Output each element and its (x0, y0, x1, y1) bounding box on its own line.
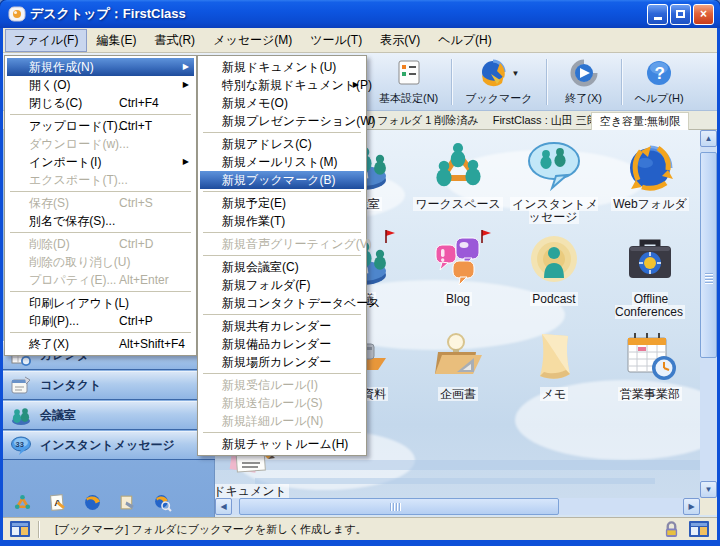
briefcase-icon (622, 233, 678, 289)
menubar-item[interactable]: 書式(R) (145, 29, 204, 52)
svg-text:?: ? (655, 64, 665, 83)
file-menu-item[interactable]: インポート(I)▶ (7, 153, 194, 171)
submenu-item[interactable]: 新規受信ルール(I) (200, 376, 364, 394)
submenu-item[interactable]: 新規備品カレンダー (200, 335, 364, 353)
file-menu-item[interactable]: 削除(D)Ctrl+D (7, 235, 194, 253)
desktop-icon[interactable]: 営業事業部 (602, 328, 698, 401)
file-menu-item[interactable]: 別名で保存(S)... (7, 212, 194, 230)
sidebar-panel-conferences[interactable]: 会議室 (3, 401, 215, 430)
lock-icon (664, 521, 679, 538)
submenu-item[interactable]: 新規詳細ルール(N) (200, 412, 364, 430)
desktop-icon-label: インスタントメッセージ (506, 198, 602, 224)
desktop-icon[interactable]: メモ (506, 328, 602, 401)
toolbar-button[interactable]: 終了(X) (548, 53, 620, 111)
file-menu-item[interactable]: 閉じる(C)Ctrl+F4 (7, 94, 194, 112)
file-menu-item[interactable]: 印刷(P)...Ctrl+P (7, 312, 194, 330)
file-menu-item[interactable]: 印刷レイアウト(L) (7, 294, 194, 312)
file-menu-item[interactable]: プロパティ(E)...Alt+Enter (7, 271, 194, 289)
settings-icon (394, 58, 424, 88)
exit-icon (569, 58, 599, 88)
submenu-item[interactable]: 新規音声グリーティング(V) (200, 235, 364, 253)
submenu-item[interactable]: 新規共有カレンダー (200, 317, 364, 335)
submenu-item[interactable]: 新規フォルダ(F) (200, 276, 364, 294)
submenu-item[interactable]: 新規アドレス(C) (200, 135, 364, 153)
menubar-item[interactable]: ヘルプ(H) (429, 29, 501, 52)
menubar-item[interactable]: ファイル(F) (5, 29, 87, 52)
desktop-icon[interactable]: Offline Conferences (602, 233, 698, 319)
menubar-item[interactable]: 編集(E) (87, 29, 145, 52)
submenu-item[interactable]: 特別な新規ドキュメント(P)▶ (200, 76, 364, 94)
file-menu-item[interactable]: 削除の取り消し(U) (7, 253, 194, 271)
file-menu-item[interactable]: エクスポート(T)... (7, 171, 194, 189)
menu-separator (10, 232, 191, 233)
submenu-item[interactable]: 新規メールリスト(M) (200, 153, 364, 171)
submenu-item[interactable]: 新規予定(E) (200, 194, 364, 212)
toolbar-button-label: 終了(X) (565, 91, 602, 106)
file-menu-item[interactable]: 終了(X)Alt+Shift+F4 (7, 335, 194, 353)
desktop-icon[interactable]: Podcast (506, 233, 602, 306)
vertical-scroll-thumb[interactable] (700, 152, 717, 358)
submenu-item[interactable]: 新規ドキュメント(U) (200, 58, 364, 76)
webfolder-icon (622, 138, 678, 194)
submenu-item[interactable]: 新規ブックマーク(B) (200, 171, 364, 189)
mini-websearch-icon[interactable] (153, 493, 172, 512)
submenu-arrow-icon: ▶ (183, 153, 189, 171)
file-menu-item[interactable]: ダウンロード(w)... (7, 135, 194, 153)
minimize-icon (654, 17, 662, 20)
mini-document-icon[interactable]: A (48, 493, 67, 512)
desktop-icon[interactable]: インスタントメッセージ (506, 138, 602, 224)
mini-workspace-icon[interactable] (13, 493, 32, 512)
desktop-icon[interactable]: Blog (410, 233, 506, 306)
scroll-left-button[interactable]: ◀ (215, 498, 232, 515)
menu-separator (203, 232, 361, 233)
menubar-item[interactable]: 表示(V) (371, 29, 429, 52)
titlebar[interactable]: デスクトップ：FirstClass × (0, 0, 720, 28)
window-layout-icon[interactable] (689, 521, 709, 538)
submenu-item[interactable]: 新規場所カレンダー (200, 353, 364, 371)
submenu-item[interactable]: 新規コンタクトデータベース (200, 294, 364, 312)
mini-notes-icon[interactable] (118, 493, 137, 512)
horizontal-scroll-thumb[interactable] (239, 498, 559, 515)
menubar-item[interactable]: メッセージ(M) (204, 29, 301, 52)
unread-flag-icon (480, 229, 492, 243)
dropdown-arrow-icon[interactable]: ▼ (511, 69, 519, 78)
submenu-item[interactable]: 新規メモ(O) (200, 94, 364, 112)
file-menu-item[interactable]: 開く(O)▶ (7, 76, 194, 94)
sidebar-panel-contacts[interactable]: コンタクト (3, 371, 215, 400)
scroll-right-button[interactable]: ▶ (683, 498, 700, 515)
desktop-icon[interactable]: 企画書 (410, 328, 506, 401)
submenu-item[interactable]: 新規プレゼンテーション(W) (200, 112, 364, 130)
sidebar-panel-instant-messages[interactable]: 33インスタントメッセージ (3, 431, 215, 460)
file-menu-item[interactable]: 保存(S)Ctrl+S (7, 194, 194, 212)
scroll-up-button[interactable]: ▲ (700, 130, 717, 147)
submenu-item[interactable]: 新規作業(T) (200, 212, 364, 230)
toolbar-button[interactable]: ▼ブックマーク (453, 53, 544, 111)
sidebar-panel-label: 会議室 (40, 407, 76, 424)
vertical-scrollbar[interactable]: ▲ ▼ (700, 130, 717, 498)
close-button[interactable]: × (693, 4, 714, 25)
submenu-item[interactable]: 新規会議室(C) (200, 258, 364, 276)
close-icon: × (700, 7, 707, 21)
svg-text:33: 33 (16, 440, 24, 449)
menu-separator (203, 191, 361, 192)
file-menu-item[interactable]: アップロード(T)...Ctrl+T (7, 117, 194, 135)
desktop-icon[interactable]: ワークスペース (410, 138, 506, 211)
desktop-icon[interactable]: Webフォルダ (602, 138, 698, 211)
status-panel-icon[interactable] (10, 521, 30, 537)
maximize-button[interactable] (670, 4, 691, 25)
submenu-item[interactable]: 新規送信ルール(S) (200, 394, 364, 412)
menubar-item[interactable]: ツール(T) (301, 29, 371, 52)
mini-webfolder-icon[interactable] (83, 493, 102, 512)
toolbar-button[interactable]: 基本設定(N) (367, 53, 450, 111)
toolbar-button[interactable]: ?ヘルプ(H) (623, 53, 696, 111)
menu-separator (203, 432, 361, 433)
help-icon: ? (644, 58, 674, 88)
file-menu-item[interactable]: 新規作成(N)▶ (7, 58, 194, 76)
minimize-button[interactable] (647, 4, 668, 25)
submenu-item[interactable]: 新規チャットルーム(H) (200, 435, 364, 453)
menu-separator (10, 332, 191, 333)
horizontal-scrollbar[interactable]: ◀ ▶ (215, 498, 700, 515)
sales-calendar-icon (622, 328, 678, 384)
scroll-down-button[interactable]: ▼ (700, 481, 717, 498)
toolbar-button-label: 基本設定(N) (379, 91, 438, 106)
